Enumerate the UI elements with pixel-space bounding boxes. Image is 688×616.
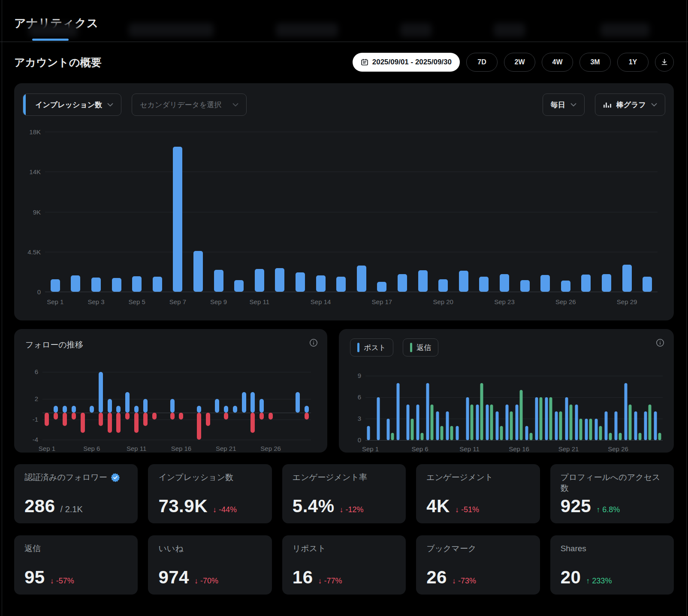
y-axis-label: 6 <box>25 368 38 375</box>
stat-value: 925 <box>561 497 591 515</box>
info-button[interactable] <box>309 338 318 347</box>
follower-gain-bar <box>72 406 76 413</box>
primary-metric-dropdown[interactable]: インプレッション数 <box>23 94 121 116</box>
range-3m-button[interactable]: 3M <box>579 53 611 72</box>
impressions-chart-card: インプレッション数 セカンダリデータを選択 毎日 <box>14 83 674 320</box>
stat-card-label: ブックマーク <box>426 544 529 554</box>
redacted-tab[interactable] <box>400 23 432 37</box>
x-axis-label: Sep 14 <box>311 298 331 305</box>
gridline <box>45 172 658 172</box>
replies-color-tick <box>410 343 412 352</box>
legend-posts-chip[interactable]: ポスト <box>350 338 393 356</box>
bar-chart-icon <box>603 101 611 109</box>
chevron-down-icon <box>107 103 113 107</box>
stat-label-text: エンゲージメント率 <box>293 472 367 483</box>
redacted-tab[interactable] <box>494 23 525 37</box>
legend-replies-chip[interactable]: 返信 <box>403 338 438 356</box>
posts-bar <box>615 411 618 440</box>
y-axis-label: 4.5K <box>23 248 41 256</box>
stat-delta-down: ↓ -57% <box>50 577 74 586</box>
stat-value-row: 5.4%↓ -12% <box>293 497 395 515</box>
follower-change-card: フォローの推移 62-1-4Sep 1Sep 6Sep 11Sep 16Sep … <box>14 329 327 453</box>
follower-gain-bar <box>233 406 237 413</box>
gridline <box>365 397 663 398</box>
secondary-metric-dropdown[interactable]: セカンダリデータを選択 <box>132 94 247 116</box>
replies-bar <box>599 426 602 440</box>
impressions-bar <box>602 274 611 292</box>
info-button[interactable] <box>656 338 664 347</box>
redacted-tab[interactable] <box>276 23 338 37</box>
y-axis-label: 2 <box>25 395 38 402</box>
redacted-tab[interactable] <box>129 23 214 37</box>
x-axis-label: Sep 17 <box>372 298 392 305</box>
impressions-bar <box>112 278 121 292</box>
gridline <box>365 440 663 441</box>
interval-dropdown[interactable]: 毎日 <box>543 94 585 116</box>
date-range-text: 2025/09/01 - 2025/09/30 <box>372 58 452 66</box>
y-axis-label: 0 <box>23 288 41 296</box>
section-header: アカウントの概要 2025/09/01 - 2025/09/30 7D 2W 4… <box>0 52 688 72</box>
posts-color-tick <box>357 343 359 352</box>
stat-value-suffix: / 2.1K <box>60 504 83 514</box>
mid-charts-row: フォローの推移 62-1-4Sep 1Sep 6Sep 11Sep 16Sep … <box>14 329 674 453</box>
chart-type-dropdown[interactable]: 棒グラフ <box>595 94 665 116</box>
stat-card: エンゲージメント4K↓ -51% <box>416 464 540 523</box>
posts-bar <box>604 411 607 440</box>
redacted-tab-active[interactable] <box>29 23 78 37</box>
range-7d-button[interactable]: 7D <box>466 53 498 72</box>
replies-bar <box>569 405 572 440</box>
stat-card: リポスト16↓ -77% <box>282 535 406 595</box>
follower-loss-bar <box>224 413 228 420</box>
stat-value-row: 974↓ -70% <box>158 568 261 586</box>
stat-value: 974 <box>158 568 189 586</box>
chevron-down-icon <box>570 103 576 107</box>
top-tab-bar: アナリティクス <box>0 0 688 42</box>
chevron-down-icon <box>232 103 238 107</box>
replies-bar <box>540 397 543 440</box>
stat-card: Shares20↑ 233% <box>550 535 674 595</box>
stat-value: 26 <box>426 568 447 586</box>
gridline <box>42 440 311 440</box>
stat-card-label: エンゲージメント率 <box>293 472 395 483</box>
follower-loss-bar <box>134 413 139 433</box>
impressions-bar <box>173 147 182 292</box>
stat-label-text: 返信 <box>24 544 41 554</box>
stat-value: 4K <box>426 497 450 515</box>
stat-card-label: Shares <box>561 544 664 554</box>
impressions-bar <box>418 270 428 292</box>
redacted-tab[interactable] <box>600 23 649 37</box>
x-axis-label: Sep 26 <box>608 445 628 453</box>
download-button[interactable] <box>655 53 674 72</box>
x-axis-label: Sep 23 <box>494 298 515 305</box>
info-icon <box>656 342 664 348</box>
range-1y-button[interactable]: 1Y <box>617 53 649 72</box>
impressions-bar <box>377 282 386 292</box>
range-2w-button[interactable]: 2W <box>504 53 535 72</box>
posts-bar <box>476 405 479 440</box>
stat-label-text: リポスト <box>293 544 326 554</box>
stat-delta-down: ↓ -70% <box>194 577 218 586</box>
stat-value: 20 <box>561 568 581 586</box>
stat-card: ブックマーク26↓ -73% <box>416 535 540 595</box>
impressions-bar <box>71 275 80 292</box>
range-4w-button[interactable]: 4W <box>542 53 573 72</box>
impressions-bar <box>357 266 366 292</box>
stat-delta-down: ↓ -77% <box>318 577 342 586</box>
follower-loss-bar <box>170 413 175 420</box>
stat-card: 認証済みのフォロワー286/ 2.1K <box>14 464 138 523</box>
x-axis-label: Sep 21 <box>216 445 236 452</box>
x-axis-label: Sep 5 <box>129 298 145 305</box>
stat-card-label: プロフィールへのアクセス数 <box>561 472 664 493</box>
follower-gain-bar <box>143 399 148 413</box>
y-axis-label: 3 <box>350 415 361 422</box>
follower-loss-bar <box>116 413 121 433</box>
impressions-bar <box>214 270 223 292</box>
impressions-bar <box>520 280 530 292</box>
impressions-bar <box>479 277 489 292</box>
replies-bar <box>589 419 592 440</box>
stat-card: プロフィールへのアクセス数925↑ 6.8% <box>550 464 674 523</box>
x-axis-label: Sep 1 <box>47 298 63 305</box>
date-range-picker[interactable]: 2025/09/01 - 2025/09/30 <box>353 53 460 72</box>
replies-bar <box>510 411 513 440</box>
y-axis-label: 0 <box>350 436 361 444</box>
